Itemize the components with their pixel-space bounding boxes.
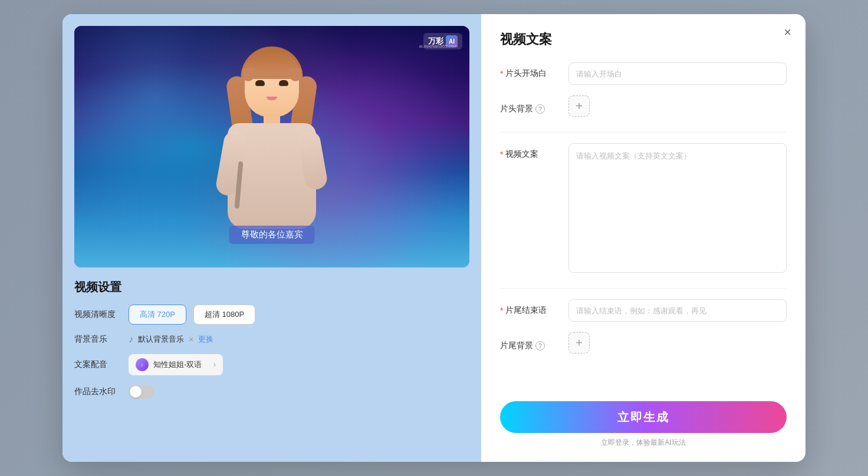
modal-overlay: 万彩 AI ai.keehan365.com 尊敬的各位嘉宾 视频设置 视频清晰… bbox=[0, 0, 868, 476]
char-eye-left bbox=[255, 80, 265, 86]
header-bg-row: 片头背景 ? + bbox=[500, 95, 787, 117]
footer-bg-label: 片尾背景 ? bbox=[500, 335, 559, 351]
char-bang-left bbox=[242, 68, 254, 81]
watermark-label: 作品去水印 bbox=[74, 386, 121, 397]
music-note-icon: ♪ bbox=[129, 334, 133, 345]
footer-bg-add-button[interactable]: + bbox=[568, 332, 590, 353]
divider-1 bbox=[500, 132, 787, 133]
divider-2 bbox=[500, 288, 787, 289]
video-subtitle: 尊敬的各位嘉宾 bbox=[229, 226, 315, 244]
spacer bbox=[500, 364, 787, 396]
watermark-toggle[interactable] bbox=[129, 385, 154, 399]
right-panel: × 视频文案 * 片头开场白 片头背景 ? + bbox=[481, 14, 805, 462]
modal-container: 万彩 AI ai.keehan365.com 尊敬的各位嘉宾 视频设置 视频清晰… bbox=[63, 14, 805, 462]
voice-selector[interactable]: ♀ 知性姐姐-双语 › bbox=[129, 354, 223, 375]
voice-setting-row: 文案配音 ♀ 知性姐姐-双语 › bbox=[74, 354, 469, 375]
char-mouth bbox=[267, 97, 277, 100]
footer-ending-input[interactable] bbox=[568, 299, 787, 322]
toggle-thumb bbox=[130, 386, 142, 398]
header-opening-row: * 片头开场白 bbox=[500, 62, 787, 85]
music-label: 背景音乐 bbox=[74, 334, 121, 345]
watermark-setting-row: 作品去水印 bbox=[74, 385, 469, 399]
music-setting-row: 背景音乐 ♪ 默认背景音乐 × 更换 bbox=[74, 334, 469, 345]
voice-avatar: ♀ bbox=[136, 358, 149, 371]
header-opening-label: * 片头开场白 bbox=[500, 62, 559, 79]
video-copy-label: * 视频文案 bbox=[500, 143, 559, 160]
char-eye-right bbox=[279, 80, 288, 86]
required-star-2: * bbox=[500, 150, 503, 159]
music-control: ♪ 默认背景音乐 × 更换 bbox=[129, 334, 213, 345]
left-panel: 万彩 AI ai.keehan365.com 尊敬的各位嘉宾 视频设置 视频清晰… bbox=[63, 14, 481, 462]
video-preview-inner: 万彩 AI ai.keehan365.com 尊敬的各位嘉宾 bbox=[74, 26, 469, 267]
footer-bg-help-icon[interactable]: ? bbox=[535, 341, 545, 351]
login-hint: 立即登录，体验最新AI玩法 bbox=[500, 438, 787, 448]
footer-ending-label: * 片尾结束语 bbox=[500, 299, 559, 316]
video-settings-section: 视频设置 视频清晰度 高清 720P 超清 1080P 背景音乐 ♪ 默认背景音… bbox=[74, 279, 469, 450]
header-bg-help-icon[interactable]: ? bbox=[535, 104, 545, 114]
footer-bg-row: 片尾背景 ? + bbox=[500, 332, 787, 353]
required-star-3: * bbox=[500, 306, 503, 315]
header-bg-label: 片头背景 ? bbox=[500, 98, 559, 114]
required-star-1: * bbox=[500, 69, 503, 78]
voice-arrow-icon: › bbox=[213, 361, 216, 369]
video-preview: 万彩 AI ai.keehan365.com 尊敬的各位嘉宾 bbox=[74, 26, 469, 267]
char-bang-right bbox=[290, 68, 301, 81]
watermark-url: ai.keehan365.com bbox=[419, 44, 458, 49]
generate-button[interactable]: 立即生成 bbox=[500, 401, 787, 433]
settings-title: 视频设置 bbox=[74, 279, 469, 295]
watermark: 万彩 AI ai.keehan365.com bbox=[423, 33, 462, 49]
quality-setting-row: 视频清晰度 高清 720P 超清 1080P bbox=[74, 305, 469, 325]
header-bg-add-button[interactable]: + bbox=[568, 95, 590, 117]
video-copy-row: * 视频文案 bbox=[500, 143, 787, 273]
voice-name: 知性姐姐-双语 bbox=[153, 359, 202, 370]
header-opening-input[interactable] bbox=[568, 62, 787, 85]
music-remove-button[interactable]: × bbox=[189, 335, 193, 344]
footer-ending-row: * 片尾结束语 bbox=[500, 299, 787, 322]
music-change-button[interactable]: 更换 bbox=[198, 334, 213, 345]
voice-label: 文案配音 bbox=[74, 359, 121, 370]
video-copy-textarea[interactable] bbox=[568, 143, 787, 273]
quality-label: 视频清晰度 bbox=[74, 309, 121, 320]
music-name: 默认背景音乐 bbox=[138, 334, 184, 345]
quality-1080p-button[interactable]: 超清 1080P bbox=[193, 305, 255, 325]
quality-720p-button[interactable]: 高清 720P bbox=[129, 305, 186, 325]
right-panel-title: 视频文案 bbox=[500, 31, 787, 48]
close-button[interactable]: × bbox=[784, 26, 791, 39]
